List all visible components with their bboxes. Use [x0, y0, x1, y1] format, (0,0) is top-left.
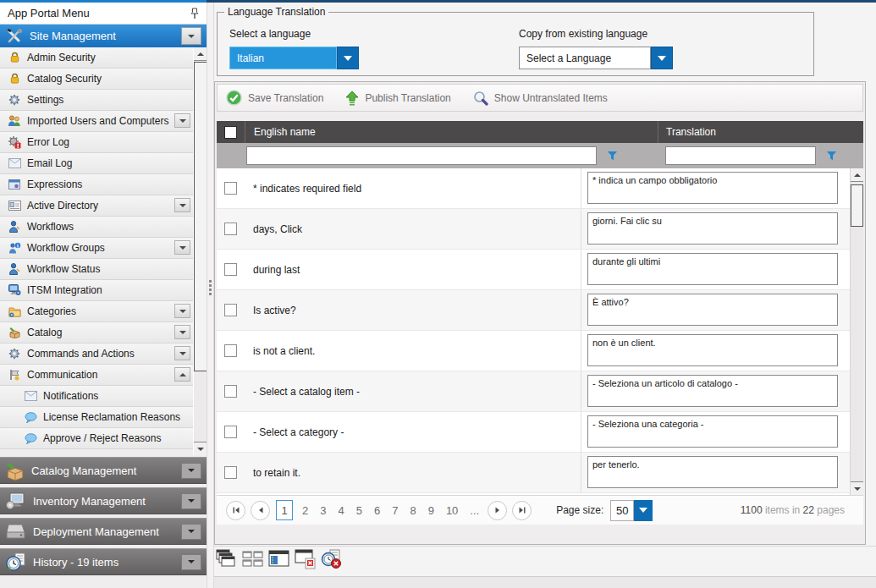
filter-funnel-icon[interactable]	[826, 151, 837, 162]
sidebar-splitter[interactable]	[207, 3, 214, 588]
copy-language-select-value[interactable]: Select a Language	[519, 47, 651, 69]
row-checkbox[interactable]	[224, 426, 237, 438]
translation-filter-input[interactable]	[665, 146, 816, 165]
row-checkbox[interactable]	[224, 182, 237, 195]
sidebar-item-communication[interactable]: Communication	[0, 365, 193, 386]
row-checkbox[interactable]	[224, 223, 237, 235]
page-10[interactable]: 10	[446, 504, 458, 517]
sidebar-item-categories[interactable]: Categories	[0, 301, 193, 322]
page-2[interactable]: 2	[302, 504, 308, 517]
copy-language-select[interactable]: Select a Language	[519, 47, 673, 69]
next-page-button[interactable]	[488, 501, 507, 520]
sidebar-section-site-management[interactable]: Site Management	[0, 25, 207, 47]
translation-textarea[interactable]: per tenerlo.	[587, 456, 838, 488]
page-1-current[interactable]: 1	[276, 500, 293, 520]
page-3[interactable]: 3	[320, 504, 326, 517]
chevron-down-icon[interactable]	[651, 47, 673, 69]
sidebar-item-commands-and-actions[interactable]: Commands and Actions	[0, 343, 193, 365]
sidebar-group-history[interactable]: History - 19 items	[0, 548, 207, 575]
pin-icon[interactable]	[190, 8, 199, 19]
page-4[interactable]: 4	[338, 504, 344, 517]
row-checkbox[interactable]	[224, 385, 237, 398]
first-page-button[interactable]	[226, 501, 245, 520]
sidebar-item-catalog-security[interactable]: Catalog Security	[0, 69, 193, 90]
scroll-down-icon[interactable]	[194, 442, 207, 455]
grid-scrollbar[interactable]	[850, 168, 863, 495]
splitter-grip-icon[interactable]	[207, 278, 213, 297]
sidebar-item-error-log[interactable]: Error Log	[0, 132, 193, 153]
window-panel-icon[interactable]	[268, 549, 290, 569]
page-6[interactable]: 6	[374, 504, 380, 517]
chevron-down-icon[interactable]	[174, 113, 190, 128]
language-select-value[interactable]: Italian	[229, 47, 337, 69]
scroll-up-icon[interactable]	[851, 168, 863, 182]
save-translation-button[interactable]: Save Translation	[226, 90, 323, 106]
sidebar-item-workflow-groups[interactable]: Workflow Groups	[0, 238, 193, 259]
translation-textarea[interactable]: durante gli ultimi	[587, 253, 838, 285]
scrollbar-thumb[interactable]	[194, 62, 207, 371]
language-select[interactable]: Italian	[229, 47, 359, 69]
row-checkbox[interactable]	[224, 344, 237, 357]
chevron-down-icon[interactable]	[174, 198, 190, 212]
row-checkbox[interactable]	[224, 263, 237, 276]
scroll-down-icon[interactable]	[851, 481, 863, 495]
chevron-down-icon[interactable]	[174, 346, 190, 360]
chevron-down-icon[interactable]	[181, 554, 201, 570]
sidebar-item-admin-security[interactable]: Admin Security	[0, 47, 193, 69]
chevron-down-icon[interactable]	[174, 240, 190, 255]
select-all-checkbox[interactable]	[224, 126, 237, 139]
sidebar-item-itsm-integration[interactable]: ITSM Integration	[0, 280, 193, 301]
column-header-english[interactable]: English name	[245, 121, 658, 143]
show-untranslated-button[interactable]: Show Untranslated Items	[473, 91, 608, 106]
english-filter-input[interactable]	[246, 146, 597, 165]
sidebar-group-inventory-management[interactable]: Inventory Management	[0, 487, 207, 514]
page-7[interactable]: 7	[392, 504, 398, 517]
filter-funnel-icon[interactable]	[607, 151, 618, 162]
sidebar-item-active-directory[interactable]: Active Directory	[0, 195, 193, 217]
scrollbar-thumb[interactable]	[851, 184, 863, 227]
chevron-down-icon[interactable]	[634, 500, 653, 521]
last-page-button[interactable]	[512, 501, 532, 520]
sidebar-item-settings[interactable]: Settings	[0, 90, 193, 111]
chevron-down-icon[interactable]	[181, 463, 201, 479]
sidebar-group-catalog-management[interactable]: Catalog Management	[0, 457, 207, 484]
clear-history-icon[interactable]	[321, 549, 343, 569]
close-window-icon[interactable]	[295, 549, 317, 569]
sidebar-item-approve-reject-reasons[interactable]: Approve / Reject Reasons	[0, 428, 193, 449]
sidebar-item-catalog[interactable]: Catalog	[0, 322, 193, 343]
sidebar-item-license-reclamation-reasons[interactable]: License Reclamation Reasons	[0, 407, 193, 428]
sidebar-item-email-log[interactable]: Email Log	[0, 153, 193, 174]
translation-textarea[interactable]: - Seleziona un articolo di catalogo -	[587, 375, 838, 407]
row-checkbox[interactable]	[224, 466, 237, 479]
page-9[interactable]: 9	[428, 504, 434, 517]
publish-translation-button[interactable]: Publish Translation	[345, 91, 450, 106]
sidebar-scrollbar[interactable]	[193, 47, 207, 455]
prev-page-button[interactable]	[251, 501, 270, 520]
chevron-down-icon[interactable]	[181, 524, 201, 540]
tile-windows-icon[interactable]	[242, 549, 264, 569]
chevron-down-icon[interactable]	[174, 325, 190, 339]
translation-textarea[interactable]: non è un client.	[587, 334, 838, 366]
chevron-up-icon[interactable]	[174, 367, 190, 382]
sidebar-item-notifications[interactable]: Notifications	[0, 386, 193, 407]
row-checkbox[interactable]	[224, 304, 237, 316]
sidebar-item-expressions[interactable]: Expressions	[0, 174, 193, 195]
translation-textarea[interactable]: * indica un campo obbligatorio	[587, 172, 838, 204]
page-size-value[interactable]: 50	[610, 500, 634, 521]
translation-textarea[interactable]: giorni. Fai clic su	[587, 212, 838, 245]
page-size-select[interactable]: 50	[610, 500, 653, 521]
page-8[interactable]: 8	[410, 504, 416, 517]
sidebar-item-workflow-status[interactable]: Workflow Status	[0, 259, 193, 280]
chevron-down-icon[interactable]	[337, 47, 359, 69]
translation-textarea[interactable]: È attivo?	[587, 294, 838, 326]
chevron-down-icon[interactable]	[181, 27, 201, 45]
chevron-down-icon[interactable]	[174, 304, 190, 318]
sidebar-group-deployment-management[interactable]: Deployment Management	[0, 518, 207, 545]
cascade-windows-icon[interactable]	[216, 549, 238, 569]
sidebar-item-imported-users-and-computers[interactable]: Imported Users and Computers	[0, 111, 193, 132]
chevron-down-icon[interactable]	[181, 493, 201, 509]
page-5[interactable]: 5	[356, 504, 362, 517]
column-header-translation[interactable]: Translation	[658, 121, 863, 143]
scroll-up-icon[interactable]	[194, 47, 207, 61]
translation-textarea[interactable]: - Seleziona una categoria -	[587, 415, 838, 448]
